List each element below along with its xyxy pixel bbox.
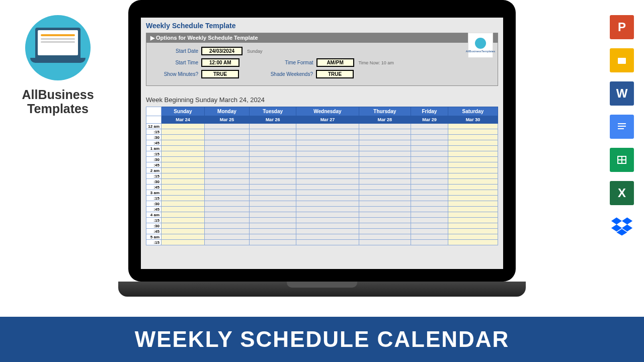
calendar-cell[interactable]: [204, 201, 249, 207]
calendar-cell[interactable]: [162, 162, 205, 168]
calendar-cell[interactable]: [250, 129, 296, 135]
calendar-cell[interactable]: [411, 124, 448, 129]
calendar-cell[interactable]: [448, 124, 498, 129]
calendar-cell[interactable]: [359, 212, 411, 218]
calendar-cell[interactable]: [204, 207, 249, 212]
calendar-cell[interactable]: [411, 234, 448, 240]
show-minutes-input[interactable]: TRUE: [201, 70, 239, 78]
calendar-cell[interactable]: [250, 190, 296, 196]
calendar-cell[interactable]: [250, 168, 296, 173]
calendar-cell[interactable]: [411, 179, 448, 185]
calendar-cell[interactable]: [411, 212, 448, 218]
calendar-cell[interactable]: [448, 151, 498, 157]
calendar-cell[interactable]: [296, 179, 359, 185]
calendar-cell[interactable]: [411, 173, 448, 179]
calendar-cell[interactable]: [448, 229, 498, 234]
calendar-cell[interactable]: [448, 140, 498, 146]
calendar-cell[interactable]: [411, 223, 448, 229]
calendar-cell[interactable]: [448, 173, 498, 179]
calendar-cell[interactable]: [162, 157, 205, 162]
calendar-cell[interactable]: [162, 234, 205, 240]
calendar-cell[interactable]: [296, 234, 359, 240]
calendar-cell[interactable]: [411, 196, 448, 201]
calendar-cell[interactable]: [204, 229, 249, 234]
calendar-cell[interactable]: [162, 223, 205, 229]
calendar-cell[interactable]: [296, 196, 359, 201]
calendar-cell[interactable]: [359, 146, 411, 151]
calendar-cell[interactable]: [250, 212, 296, 218]
calendar-cell[interactable]: [162, 129, 205, 135]
calendar-cell[interactable]: [204, 240, 249, 245]
start-date-input[interactable]: 24/03/2024: [201, 47, 243, 55]
calendar-cell[interactable]: [448, 207, 498, 212]
calendar-cell[interactable]: [296, 129, 359, 135]
calendar-cell[interactable]: [296, 146, 359, 151]
calendar-cell[interactable]: [296, 124, 359, 129]
calendar-cell[interactable]: [204, 173, 249, 179]
calendar-cell[interactable]: [204, 185, 249, 190]
calendar-cell[interactable]: [296, 229, 359, 234]
calendar-cell[interactable]: [162, 218, 205, 223]
calendar-cell[interactable]: [162, 229, 205, 234]
calendar-cell[interactable]: [296, 190, 359, 196]
calendar-cell[interactable]: [250, 218, 296, 223]
calendar-cell[interactable]: [359, 129, 411, 135]
calendar-cell[interactable]: [296, 140, 359, 146]
calendar-cell[interactable]: [162, 201, 205, 207]
calendar-cell[interactable]: [296, 212, 359, 218]
calendar-cell[interactable]: [296, 218, 359, 223]
calendar-cell[interactable]: [411, 146, 448, 151]
calendar-cell[interactable]: [204, 218, 249, 223]
calendar-cell[interactable]: [448, 223, 498, 229]
calendar-cell[interactable]: [448, 157, 498, 162]
calendar-cell[interactable]: [411, 129, 448, 135]
calendar-cell[interactable]: [250, 146, 296, 151]
calendar-cell[interactable]: [296, 240, 359, 245]
calendar-cell[interactable]: [204, 140, 249, 146]
calendar-cell[interactable]: [448, 185, 498, 190]
calendar-cell[interactable]: [162, 207, 205, 212]
calendar-cell[interactable]: [296, 162, 359, 168]
calendar-cell[interactable]: [204, 196, 249, 201]
calendar-cell[interactable]: [359, 162, 411, 168]
calendar-cell[interactable]: [359, 196, 411, 201]
calendar-cell[interactable]: [204, 129, 249, 135]
calendar-cell[interactable]: [204, 212, 249, 218]
calendar-cell[interactable]: [250, 223, 296, 229]
calendar-cell[interactable]: [250, 196, 296, 201]
calendar-cell[interactable]: [250, 185, 296, 190]
calendar-cell[interactable]: [250, 140, 296, 146]
calendar-cell[interactable]: [359, 240, 411, 245]
calendar-cell[interactable]: [162, 240, 205, 245]
calendar-cell[interactable]: [204, 168, 249, 173]
calendar-cell[interactable]: [411, 135, 448, 140]
calendar-cell[interactable]: [411, 151, 448, 157]
calendar-cell[interactable]: [296, 157, 359, 162]
start-time-input[interactable]: 12:00 AM: [201, 58, 239, 67]
calendar-cell[interactable]: [359, 179, 411, 185]
calendar-cell[interactable]: [359, 223, 411, 229]
calendar-cell[interactable]: [250, 240, 296, 245]
calendar-cell[interactable]: [411, 162, 448, 168]
calendar-cell[interactable]: [204, 234, 249, 240]
calendar-cell[interactable]: [204, 135, 249, 140]
calendar-cell[interactable]: [296, 135, 359, 140]
shade-weekends-input[interactable]: TRUE: [316, 70, 354, 78]
calendar-cell[interactable]: [359, 190, 411, 196]
calendar-cell[interactable]: [204, 190, 249, 196]
calendar-cell[interactable]: [359, 151, 411, 157]
calendar-cell[interactable]: [448, 234, 498, 240]
calendar-cell[interactable]: [250, 162, 296, 168]
calendar-cell[interactable]: [359, 173, 411, 179]
calendar-cell[interactable]: [448, 135, 498, 140]
calendar-cell[interactable]: [162, 124, 205, 129]
calendar-cell[interactable]: [162, 185, 205, 190]
calendar-cell[interactable]: [448, 212, 498, 218]
calendar-cell[interactable]: [448, 179, 498, 185]
calendar-cell[interactable]: [204, 146, 249, 151]
calendar-cell[interactable]: [359, 234, 411, 240]
calendar-cell[interactable]: [359, 218, 411, 223]
calendar-cell[interactable]: [296, 173, 359, 179]
calendar-cell[interactable]: [411, 157, 448, 162]
calendar-cell[interactable]: [448, 218, 498, 223]
